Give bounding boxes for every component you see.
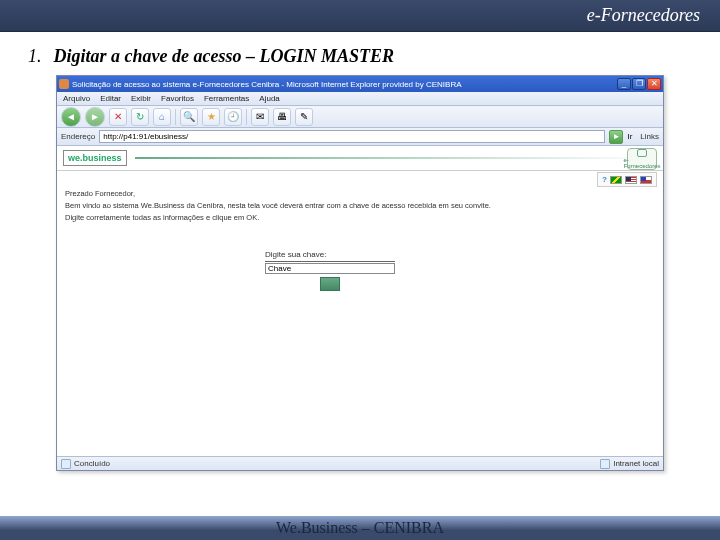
maximize-button[interactable]: ❐ [632,78,646,90]
welcome-text: Bem vindo ao sistema We.Business da Ceni… [65,201,655,211]
flag-br-icon[interactable] [610,176,622,184]
go-icon: ► [612,132,620,141]
login-label: Digite sua chave: [265,250,395,261]
back-button[interactable]: ◄ [61,107,81,127]
toolbar-sep-1 [175,109,176,125]
ie-status-bar: Concluído Intranet local [57,456,663,470]
efornecedores-icon[interactable]: e-Fornecedores [627,148,657,170]
star-icon: ★ [207,112,216,122]
print-icon: 🖶 [277,112,287,122]
menu-view[interactable]: Exibir [131,94,151,103]
titlebar-left: Solicitação de acesso ao sistema e-Forne… [59,79,462,89]
flag-cl-icon[interactable] [640,176,652,184]
ie-window: Solicitação de acesso ao sistema e-Forne… [56,75,664,471]
slide-header: e-Fornecedores [0,0,720,32]
history-icon: 🕘 [227,112,239,122]
address-label: Endereço [61,132,95,141]
cart-icon [637,149,647,157]
status-text: Concluído [74,459,110,468]
address-value: http://p41:91/ebusiness/ [103,132,188,141]
page-header: we.business e-Fornecedores ? [57,146,663,171]
step-text: Digitar a chave de acesso – LOGIN MASTER [54,46,395,67]
menu-edit[interactable]: Editar [100,94,121,103]
greeting-text: Prezado Fornecedor, [65,189,655,199]
zone-icon [600,459,610,469]
edit-icon: ✎ [300,112,308,122]
go-label: Ir [627,132,632,141]
slide-body: 1. Digitar a chave de acesso – LOGIN MAS… [0,32,720,471]
refresh-icon: ↻ [136,112,144,122]
header-right-icons: e-Fornecedores ? [597,148,657,187]
ok-button[interactable] [320,277,340,291]
forward-button[interactable]: ► [85,107,105,127]
print-button[interactable]: 🖶 [273,108,291,126]
logo-divider [135,157,657,159]
window-controls: _ ❐ ✕ [617,78,661,90]
home-button[interactable]: ⌂ [153,108,171,126]
mail-button[interactable]: ✉ [251,108,269,126]
status-done-icon [61,459,71,469]
address-input[interactable]: http://p41:91/ebusiness/ [99,130,605,143]
stop-icon: ✕ [114,112,122,122]
footer-text: We.Business – CENIBRA [276,519,444,537]
mail-icon: ✉ [256,112,264,122]
favorites-button[interactable]: ★ [202,108,220,126]
minimize-button[interactable]: _ [617,78,631,90]
webusiness-logo: we.business [63,150,127,166]
edit-button[interactable]: ✎ [295,108,313,126]
ie-toolbar: ◄ ► ✕ ↻ ⌂ 🔍 ★ 🕘 ✉ 🖶 ✎ [57,106,663,128]
status-left: Concluído [61,459,110,469]
links-label[interactable]: Links [640,132,659,141]
back-icon: ◄ [66,112,76,122]
instruction-text: Digite corretamente todas as informações… [65,213,655,223]
slide-header-title: e-Fornecedores [587,5,700,26]
window-title: Solicitação de acesso ao sistema e-Forne… [72,80,462,89]
search-icon: 🔍 [183,112,195,122]
status-right: Intranet local [600,459,659,469]
menu-tools[interactable]: Ferramentas [204,94,249,103]
home-icon: ⌂ [159,112,165,122]
forward-icon: ► [90,112,100,122]
language-flags: ? [597,172,657,187]
ie-titlebar: Solicitação de acesso ao sistema e-Forne… [57,76,663,92]
step-number: 1. [28,46,42,67]
menu-help[interactable]: Ajuda [259,94,279,103]
zone-text: Intranet local [613,459,659,468]
menu-file[interactable]: Arquivo [63,94,90,103]
efornecedores-label: e-Fornecedores [624,157,661,169]
flag-us-icon[interactable] [625,176,637,184]
history-button[interactable]: 🕘 [224,108,242,126]
stop-button[interactable]: ✕ [109,108,127,126]
access-key-input[interactable] [265,263,395,274]
slide-footer: We.Business – CENIBRA [0,516,720,540]
go-button[interactable]: ► [609,130,623,144]
close-button[interactable]: ✕ [647,78,661,90]
ie-app-icon [59,79,69,89]
menu-favorites[interactable]: Favoritos [161,94,194,103]
ie-menubar: Arquivo Editar Exibir Favoritos Ferramen… [57,92,663,106]
refresh-button[interactable]: ↻ [131,108,149,126]
search-button[interactable]: 🔍 [180,108,198,126]
step-line: 1. Digitar a chave de acesso – LOGIN MAS… [28,46,692,67]
ie-address-bar: Endereço http://p41:91/ebusiness/ ► Ir L… [57,128,663,146]
help-icon[interactable]: ? [602,175,607,184]
login-block: Digite sua chave: [265,250,465,290]
toolbar-sep-2 [246,109,247,125]
page-content-area: we.business e-Fornecedores ? P [57,146,663,456]
page-body: Prezado Fornecedor, Bem vindo ao sistema… [57,171,663,291]
